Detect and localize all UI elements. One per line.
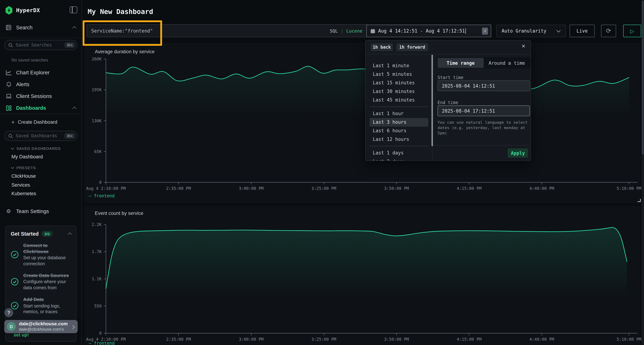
preset-clickhouse[interactable]: ClickHouse [12,173,36,179]
sidebar-item-search[interactable]: Search [0,22,82,33]
presets-section-header[interactable]: PRESETS [12,166,36,170]
saved-dashboards-section-header[interactable]: SAVED DASHBOARDS [12,146,61,150]
chevron-down-icon [11,147,14,150]
text-caret [465,28,466,34]
relative-time-list: Last 1 minuteLast 5 minutesLast 15 minut… [366,54,432,161]
preset-services[interactable]: Services [12,182,30,188]
page-scrollbar[interactable] [642,0,644,345]
tab-time-range[interactable]: Time range [438,58,484,68]
duration-shortcut-badge: d [482,27,488,34]
section-header-label: SAVED DASHBOARDS [16,146,61,150]
preset-kubernetes[interactable]: Kubernetes [12,191,36,196]
get-started-item-create-data-sources[interactable]: Create Data SourcesConfigure where your … [11,273,71,291]
search-icon [8,134,13,138]
user-card[interactable]: D dale@clickhouse.com dale@clickhouse.co… [4,320,78,333]
collapse-sidebar-icon[interactable] [70,6,77,13]
shortcut-badge: ⌘K [64,42,75,48]
get-started-item-connect-to-clickhouse[interactable]: Connect to ClickHouseSet up your databas… [11,242,71,267]
sidebar-item-chart-explorer[interactable]: Chart Explorer [0,67,82,78]
gear-icon: ⚙ [5,208,12,215]
time-option-last-15-minutes[interactable]: Last 15 minutes [370,79,428,87]
user-subtitle: dale@clickhouse.com's [19,327,68,332]
bell-icon [5,81,12,87]
time-option-last-6-hours[interactable]: Last 6 hours [370,127,428,135]
sidebar-divider [0,114,82,114]
avatar: D [7,322,16,331]
live-button[interactable]: Live [570,25,595,37]
time-option-last-12-hours[interactable]: Last 12 hours [370,135,428,144]
chart-title-avg-duration: Average duration by service [95,49,154,54]
panel-resize-handle-icon[interactable] [638,199,641,202]
lucene-toggle[interactable]: Lucene [346,28,362,33]
task-description: Start sending logs, metrics, or traces [23,303,71,315]
chevron-down-icon [11,166,14,169]
time-option-last-2-days[interactable]: Last 2 days [370,157,428,161]
language-toggle-divider: | [341,28,344,33]
progress-badge: 3/3 [42,231,52,237]
time-option-last-3-hours[interactable]: Last 3 hours [370,118,428,127]
sidebar-item-dashboards[interactable]: Dashboards [0,103,82,113]
refresh-button[interactable]: ⟳ [601,25,616,37]
screenshot-stage: Average duration by service Event count … [0,0,644,345]
close-icon[interactable]: ✕ [522,43,526,49]
calendar-icon [370,28,375,33]
natural-language-hint: You can use natural language to select d… [438,120,530,136]
tab-around-a-time[interactable]: Around a time [484,58,530,68]
popover-footer-divider [432,145,530,145]
granularity-value: Auto Granularity [502,28,557,34]
sidebar-item-label: Search [16,25,32,30]
chart-explorer-icon [5,70,12,75]
apply-button[interactable]: Apply [508,148,528,158]
saved-dashboard-my-dashboard[interactable]: My Dashboard [12,154,43,159]
chevron-up-icon[interactable] [72,107,76,111]
end-time-input[interactable]: 2025-08-04 17:12:51 [438,105,530,116]
time-option-last-1-hour[interactable]: Last 1 hour [370,109,428,118]
task-title: Add Data [23,297,71,303]
time-option-last-45-minutes[interactable]: Last 45 minutes [370,96,428,104]
time-range-value[interactable]: Aug 4 14:12:51 - Aug 4 17:12:51 [378,28,465,34]
run-query-button[interactable]: ▷ [623,25,641,37]
scrollbar-thumb[interactable] [642,1,644,154]
list-scrollbar[interactable] [431,55,433,146]
sidebar-item-team-settings[interactable]: ⚙ Team Settings [0,206,82,217]
sidebar-item-label: Alerts [16,81,29,87]
time-option-last-1-days[interactable]: Last 1 days [370,149,428,157]
create-dashboard-label: Create Dashboard [18,119,58,125]
shift-1h-forward-button[interactable]: 1h forward [396,43,428,51]
task-description: Configure where your data comes from [23,279,71,291]
time-option-last-5-minutes[interactable]: Last 5 minutes [370,70,428,79]
task-description: Set up your database connection [23,255,71,267]
saved-searches-placeholder: Saved Searches [16,42,64,47]
saved-dashboards-input[interactable]: Saved Dashboards ⌘K [4,131,77,141]
granularity-select[interactable]: Auto Granularity [496,25,566,37]
get-started-item-add-data[interactable]: Add DataStart sending logs, metrics, or … [11,297,71,315]
query-language-toggle[interactable]: SQL | Lucene [330,28,362,33]
page-title: My New Dashboard [88,7,153,15]
task-title: Connect to ClickHouse [23,242,71,255]
sql-toggle[interactable]: SQL [330,28,338,33]
sidebar-item-alerts[interactable]: Alerts [0,79,82,90]
help-button[interactable]: ? [4,308,13,317]
plus-icon: + [12,119,15,125]
get-started-title: Get Started [11,231,39,237]
task-title: Create Data Sources [23,273,71,279]
sidebar-item-client-sessions[interactable]: Client Sessions [0,91,82,101]
dashboard-grid-icon [5,105,12,111]
shift-1h-back-button[interactable]: 1h back [371,43,393,51]
start-time-input[interactable]: 2025-08-04 14:12:51 [438,80,530,91]
saved-searches-input[interactable]: Saved Searches ⌘K [4,40,77,50]
search-section-icon [5,25,12,30]
refresh-icon: ⟳ [606,27,611,35]
sidebar-item-create-dashboard[interactable]: + Create Dashboard [0,117,82,127]
sidebar-divider [0,37,82,38]
hyperdx-logo-icon[interactable] [5,6,13,15]
team-settings-label: Team Settings [16,208,49,214]
chevron-up-icon[interactable] [68,233,72,237]
list-divider [370,106,428,107]
saved-dashboards-placeholder: Saved Dashboards [16,133,64,138]
chevron-up-icon[interactable] [72,26,76,30]
time-range-input[interactable]: Aug 4 14:12:51 - Aug 4 17:12:51 d [366,25,491,37]
time-option-last-1-minute[interactable]: Last 1 minute [370,61,428,70]
check-circle-icon [11,251,18,259]
time-option-last-30-minutes[interactable]: Last 30 minutes [370,87,428,96]
